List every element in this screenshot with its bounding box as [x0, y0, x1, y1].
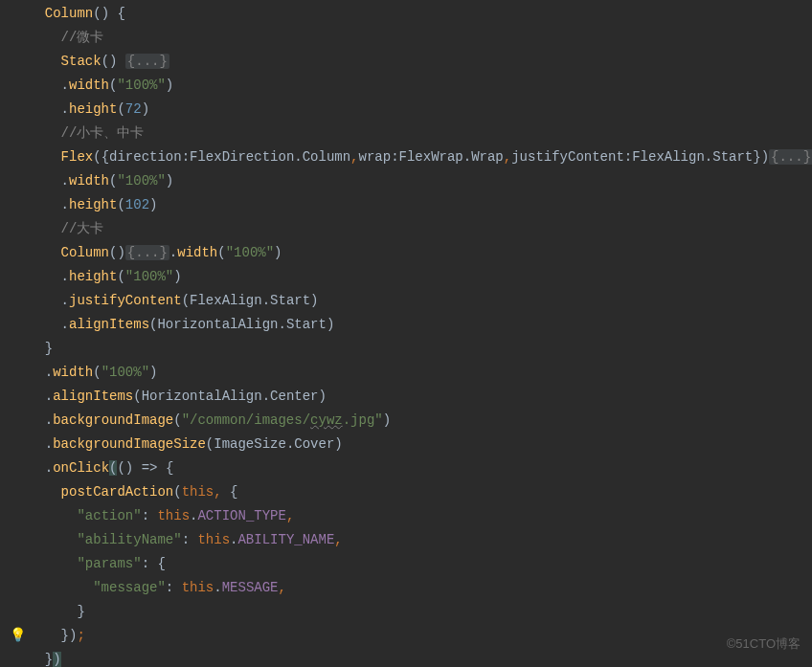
- code-line: .width("100%"): [29, 169, 812, 193]
- code-line: "action": this.ACTION_TYPE,: [29, 504, 812, 528]
- code-line: "params": {: [29, 552, 812, 576]
- code-line: .backgroundImageSize(ImageSize.Cover): [29, 433, 812, 456]
- code-line: }: [29, 337, 812, 361]
- watermark-text: ©51CTO博客: [727, 632, 801, 656]
- code-line: .alignItems(HorizontalAlign.Center): [29, 385, 812, 409]
- code-line: Column() {: [29, 2, 812, 26]
- intention-bulb-icon[interactable]: 💡: [10, 624, 26, 648]
- code-line: .height(72): [29, 98, 812, 122]
- code-line: }: [29, 600, 812, 624]
- code-line: .height(102): [29, 193, 812, 217]
- code-line: Flex({direction:FlexDirection.Column,wra…: [29, 145, 812, 169]
- comment: //大卡: [61, 221, 104, 236]
- code-line: });: [29, 624, 812, 648]
- code-line: .backgroundImage("/common/images/cywz.jp…: [29, 409, 812, 433]
- code-line: .height("100%"): [29, 265, 812, 289]
- code-line: "message": this.MESSAGE,: [29, 576, 812, 600]
- code-line: .onClick(() => {: [29, 456, 812, 480]
- comment: //微卡: [61, 30, 104, 45]
- code-editor[interactable]: Column() { //微卡 Stack() {...} .width("10…: [0, 2, 812, 667]
- comment: //小卡、中卡: [61, 125, 145, 141]
- type-name: Column: [45, 6, 93, 21]
- type-name: Stack: [61, 54, 102, 69]
- fold-region[interactable]: {...}: [125, 54, 169, 69]
- code-line: //微卡: [29, 26, 812, 50]
- code-line: .justifyContent(FlexAlign.Start): [29, 289, 812, 313]
- code-line: .width("100%"): [29, 361, 812, 385]
- code-line: postCardAction(this, {: [29, 480, 812, 504]
- code-line: //大卡: [29, 217, 812, 241]
- code-line: //小卡、中卡: [29, 122, 812, 145]
- code-line: Stack() {...}: [29, 50, 812, 74]
- code-line: "abilityName": this.ABILITY_NAME,: [29, 528, 812, 552]
- code-line: Column(){...}.width("100%"): [29, 241, 812, 265]
- fold-region[interactable]: {...}: [125, 245, 169, 260]
- code-line: .width("100%"): [29, 74, 812, 98]
- code-line: .alignItems(HorizontalAlign.Start): [29, 313, 812, 337]
- code-line: }): [29, 648, 812, 667]
- fold-region[interactable]: {...}: [769, 149, 812, 165]
